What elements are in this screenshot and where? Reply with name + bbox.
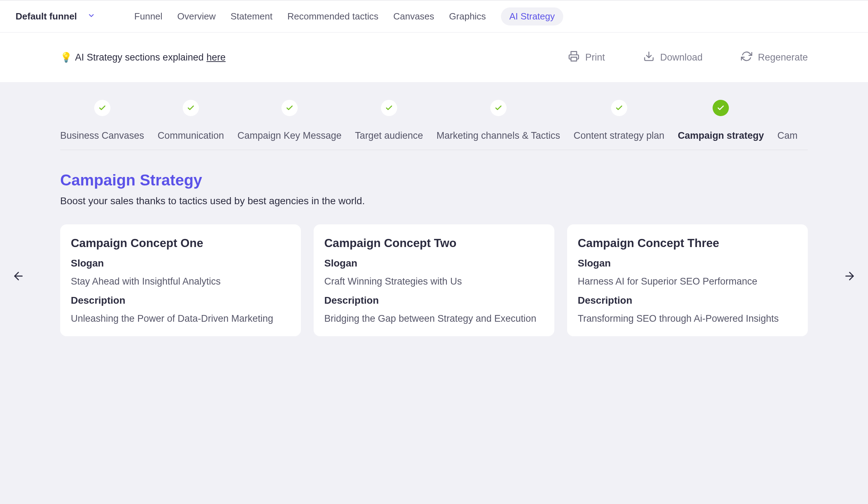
card-title: Campaign Concept One [71,236,290,250]
funnel-label: Default funnel [16,11,77,22]
stage-next-truncated[interactable]: Cam [777,130,798,141]
stage-label: Cam [777,130,798,141]
check-icon [713,100,729,116]
arrow-left-icon [12,277,25,284]
description-text: Transforming SEO through Ai-Powered Insi… [578,313,797,324]
stage-content-strategy[interactable]: Content strategy plan [573,100,664,141]
stage-business-canvases[interactable]: Business Canvases [60,100,144,141]
regenerate-label: Regenerate [758,52,808,63]
svg-rect-0 [571,57,577,61]
download-button[interactable]: Download [643,51,703,64]
hint-text: AI Strategy sections explained [75,52,204,63]
tab-ai-strategy[interactable]: AI Strategy [501,7,564,25]
slogan-heading: Slogan [71,258,290,269]
description-text: Bridging the Gap between Strategy and Ex… [324,313,544,324]
stage-label: Communication [158,130,224,141]
concept-card-3: Campaign Concept Three Slogan Harness AI… [567,224,808,336]
hint-link[interactable]: here [206,52,225,63]
action-bar: Print Download Regenerate [568,51,808,64]
section-heading: Campaign Strategy Boost your sales thank… [60,171,808,207]
tab-recommended-tactics[interactable]: Recommended tactics [287,7,378,25]
stage-tabs: Business Canvases Communication Campaign… [60,100,808,150]
nav-tabs: Funnel Overview Statement Recommended ta… [134,7,563,25]
card-title: Campaign Concept Three [578,236,797,250]
tab-funnel[interactable]: Funnel [134,7,162,25]
download-label: Download [660,52,703,63]
card-title: Campaign Concept Two [324,236,544,250]
refresh-icon [741,51,752,64]
slogan-text: Stay Ahead with Insightful Analytics [71,276,290,287]
stage-target-audience[interactable]: Target audience [355,100,423,141]
concept-cards: Campaign Concept One Slogan Stay Ahead w… [60,224,808,336]
tab-overview[interactable]: Overview [177,7,216,25]
stage-label: Campaign strategy [678,130,764,141]
check-icon [381,100,397,116]
slogan-text: Harness AI for Superior SEO Performance [578,276,797,287]
regenerate-button[interactable]: Regenerate [741,51,808,64]
print-icon [568,51,579,64]
check-icon [611,100,627,116]
lightbulb-icon: 💡 [60,52,72,63]
top-navbar: Default funnel Funnel Overview Statement… [0,0,868,33]
check-icon [281,100,298,116]
stage-label: Content strategy plan [573,130,664,141]
section-description: Boost your sales thanks to tactics used … [60,195,808,207]
section-title: Campaign Strategy [60,171,808,189]
slogan-heading: Slogan [578,258,797,269]
arrow-right-icon [843,277,856,284]
concept-card-1: Campaign Concept One Slogan Stay Ahead w… [60,224,301,336]
hint-bar: 💡 AI Strategy sections explained here [60,52,225,63]
stage-label: Campaign Key Message [238,130,342,141]
print-label: Print [585,52,605,63]
print-button[interactable]: Print [568,51,605,64]
download-icon [643,51,655,64]
stage-marketing-channels[interactable]: Marketing channels & Tactics [436,100,560,141]
stage-label: Business Canvases [60,130,144,141]
funnel-selector[interactable]: Default funnel [16,11,95,22]
description-heading: Description [71,295,290,306]
tab-graphics[interactable]: Graphics [449,7,486,25]
subheader: 💡 AI Strategy sections explained here Pr… [0,33,868,82]
stage-communication[interactable]: Communication [158,100,224,141]
description-text: Unleashing the Power of Data-Driven Mark… [71,313,290,324]
prev-arrow-button[interactable] [12,270,25,284]
tab-canvases[interactable]: Canvases [393,7,434,25]
description-heading: Description [324,295,544,306]
stage-campaign-key-message[interactable]: Campaign Key Message [238,100,342,141]
description-heading: Description [578,295,797,306]
stage-label: Target audience [355,130,423,141]
stage-label: Marketing channels & Tactics [436,130,560,141]
check-icon [490,100,507,116]
chevron-down-icon [87,12,95,21]
tab-statement[interactable]: Statement [230,7,273,25]
slogan-text: Craft Winning Strategies with Us [324,276,544,287]
slogan-heading: Slogan [324,258,544,269]
next-arrow-button[interactable] [843,270,856,284]
content-area: Business Canvases Communication Campaign… [0,82,868,504]
check-icon [94,100,110,116]
concept-card-2: Campaign Concept Two Slogan Craft Winnin… [314,224,554,336]
stage-campaign-strategy[interactable]: Campaign strategy [678,100,764,141]
check-icon [183,100,199,116]
